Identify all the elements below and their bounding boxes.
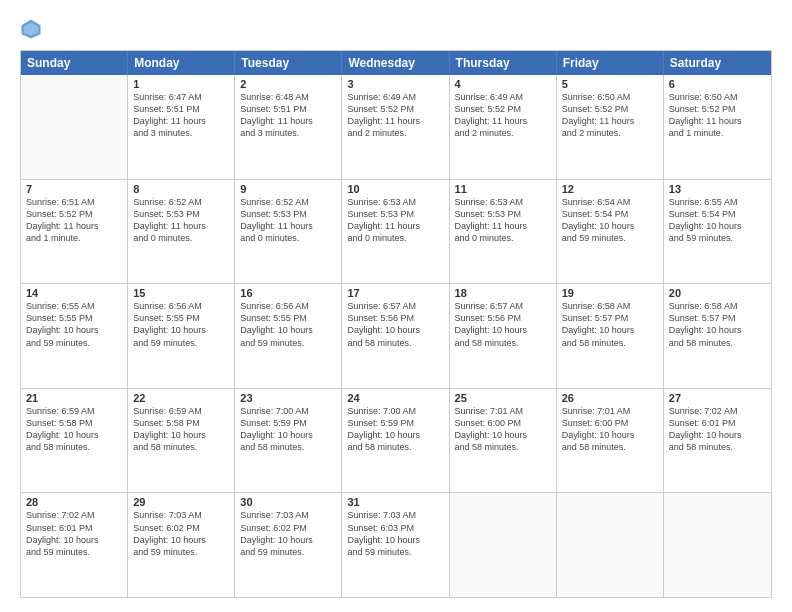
day-number: 9 [240, 183, 336, 195]
day-info: Sunrise: 6:52 AM Sunset: 5:53 PM Dayligh… [240, 196, 336, 245]
header-cell-wednesday: Wednesday [342, 51, 449, 75]
calendar-cell: 2Sunrise: 6:48 AM Sunset: 5:51 PM Daylig… [235, 75, 342, 179]
calendar-cell: 9Sunrise: 6:52 AM Sunset: 5:53 PM Daylig… [235, 180, 342, 284]
calendar-cell: 11Sunrise: 6:53 AM Sunset: 5:53 PM Dayli… [450, 180, 557, 284]
day-info: Sunrise: 6:57 AM Sunset: 5:56 PM Dayligh… [455, 300, 551, 349]
day-info: Sunrise: 6:49 AM Sunset: 5:52 PM Dayligh… [455, 91, 551, 140]
day-number: 8 [133, 183, 229, 195]
day-info: Sunrise: 7:01 AM Sunset: 6:00 PM Dayligh… [562, 405, 658, 454]
day-number: 13 [669, 183, 766, 195]
day-number: 3 [347, 78, 443, 90]
calendar-cell [450, 493, 557, 597]
day-info: Sunrise: 7:03 AM Sunset: 6:03 PM Dayligh… [347, 509, 443, 558]
calendar-cell: 6Sunrise: 6:50 AM Sunset: 5:52 PM Daylig… [664, 75, 771, 179]
day-info: Sunrise: 6:54 AM Sunset: 5:54 PM Dayligh… [562, 196, 658, 245]
day-number: 12 [562, 183, 658, 195]
calendar-cell: 30Sunrise: 7:03 AM Sunset: 6:02 PM Dayli… [235, 493, 342, 597]
day-info: Sunrise: 7:02 AM Sunset: 6:01 PM Dayligh… [26, 509, 122, 558]
calendar-cell: 29Sunrise: 7:03 AM Sunset: 6:02 PM Dayli… [128, 493, 235, 597]
calendar-cell: 25Sunrise: 7:01 AM Sunset: 6:00 PM Dayli… [450, 389, 557, 493]
day-number: 7 [26, 183, 122, 195]
header-cell-saturday: Saturday [664, 51, 771, 75]
header-cell-friday: Friday [557, 51, 664, 75]
calendar-cell: 21Sunrise: 6:59 AM Sunset: 5:58 PM Dayli… [21, 389, 128, 493]
calendar-cell: 3Sunrise: 6:49 AM Sunset: 5:52 PM Daylig… [342, 75, 449, 179]
day-info: Sunrise: 6:58 AM Sunset: 5:57 PM Dayligh… [562, 300, 658, 349]
calendar-cell: 4Sunrise: 6:49 AM Sunset: 5:52 PM Daylig… [450, 75, 557, 179]
day-number: 29 [133, 496, 229, 508]
day-info: Sunrise: 6:47 AM Sunset: 5:51 PM Dayligh… [133, 91, 229, 140]
day-info: Sunrise: 6:56 AM Sunset: 5:55 PM Dayligh… [240, 300, 336, 349]
calendar-week-4: 21Sunrise: 6:59 AM Sunset: 5:58 PM Dayli… [21, 389, 771, 494]
day-info: Sunrise: 6:53 AM Sunset: 5:53 PM Dayligh… [455, 196, 551, 245]
day-info: Sunrise: 7:03 AM Sunset: 6:02 PM Dayligh… [240, 509, 336, 558]
calendar-cell [664, 493, 771, 597]
day-info: Sunrise: 6:48 AM Sunset: 5:51 PM Dayligh… [240, 91, 336, 140]
calendar-cell: 5Sunrise: 6:50 AM Sunset: 5:52 PM Daylig… [557, 75, 664, 179]
day-number: 31 [347, 496, 443, 508]
day-number: 4 [455, 78, 551, 90]
header-cell-sunday: Sunday [21, 51, 128, 75]
day-info: Sunrise: 6:59 AM Sunset: 5:58 PM Dayligh… [26, 405, 122, 454]
calendar-week-2: 7Sunrise: 6:51 AM Sunset: 5:52 PM Daylig… [21, 180, 771, 285]
day-number: 14 [26, 287, 122, 299]
generalblue-icon [20, 18, 42, 40]
day-info: Sunrise: 6:50 AM Sunset: 5:52 PM Dayligh… [669, 91, 766, 140]
calendar-cell: 8Sunrise: 6:52 AM Sunset: 5:53 PM Daylig… [128, 180, 235, 284]
day-number: 6 [669, 78, 766, 90]
calendar-cell: 27Sunrise: 7:02 AM Sunset: 6:01 PM Dayli… [664, 389, 771, 493]
calendar-week-3: 14Sunrise: 6:55 AM Sunset: 5:55 PM Dayli… [21, 284, 771, 389]
day-info: Sunrise: 6:53 AM Sunset: 5:53 PM Dayligh… [347, 196, 443, 245]
day-info: Sunrise: 6:58 AM Sunset: 5:57 PM Dayligh… [669, 300, 766, 349]
day-number: 2 [240, 78, 336, 90]
calendar-cell: 17Sunrise: 6:57 AM Sunset: 5:56 PM Dayli… [342, 284, 449, 388]
day-info: Sunrise: 6:55 AM Sunset: 5:54 PM Dayligh… [669, 196, 766, 245]
calendar-cell: 20Sunrise: 6:58 AM Sunset: 5:57 PM Dayli… [664, 284, 771, 388]
logo [20, 18, 44, 40]
day-number: 1 [133, 78, 229, 90]
calendar-cell [557, 493, 664, 597]
day-info: Sunrise: 6:52 AM Sunset: 5:53 PM Dayligh… [133, 196, 229, 245]
calendar-cell: 15Sunrise: 6:56 AM Sunset: 5:55 PM Dayli… [128, 284, 235, 388]
calendar-cell: 19Sunrise: 6:58 AM Sunset: 5:57 PM Dayli… [557, 284, 664, 388]
day-info: Sunrise: 7:00 AM Sunset: 5:59 PM Dayligh… [240, 405, 336, 454]
day-number: 25 [455, 392, 551, 404]
header-cell-tuesday: Tuesday [235, 51, 342, 75]
day-number: 28 [26, 496, 122, 508]
calendar: SundayMondayTuesdayWednesdayThursdayFrid… [20, 50, 772, 598]
day-info: Sunrise: 7:00 AM Sunset: 5:59 PM Dayligh… [347, 405, 443, 454]
page: SundayMondayTuesdayWednesdayThursdayFrid… [0, 0, 792, 612]
day-info: Sunrise: 6:50 AM Sunset: 5:52 PM Dayligh… [562, 91, 658, 140]
day-number: 27 [669, 392, 766, 404]
calendar-cell: 23Sunrise: 7:00 AM Sunset: 5:59 PM Dayli… [235, 389, 342, 493]
day-number: 15 [133, 287, 229, 299]
calendar-cell: 1Sunrise: 6:47 AM Sunset: 5:51 PM Daylig… [128, 75, 235, 179]
day-info: Sunrise: 6:57 AM Sunset: 5:56 PM Dayligh… [347, 300, 443, 349]
calendar-cell [21, 75, 128, 179]
day-number: 24 [347, 392, 443, 404]
day-number: 20 [669, 287, 766, 299]
day-info: Sunrise: 7:02 AM Sunset: 6:01 PM Dayligh… [669, 405, 766, 454]
day-number: 11 [455, 183, 551, 195]
calendar-cell: 14Sunrise: 6:55 AM Sunset: 5:55 PM Dayli… [21, 284, 128, 388]
header-cell-monday: Monday [128, 51, 235, 75]
calendar-cell: 22Sunrise: 6:59 AM Sunset: 5:58 PM Dayli… [128, 389, 235, 493]
day-number: 22 [133, 392, 229, 404]
calendar-cell: 7Sunrise: 6:51 AM Sunset: 5:52 PM Daylig… [21, 180, 128, 284]
calendar-cell: 24Sunrise: 7:00 AM Sunset: 5:59 PM Dayli… [342, 389, 449, 493]
day-info: Sunrise: 6:49 AM Sunset: 5:52 PM Dayligh… [347, 91, 443, 140]
day-number: 5 [562, 78, 658, 90]
day-number: 10 [347, 183, 443, 195]
calendar-cell: 16Sunrise: 6:56 AM Sunset: 5:55 PM Dayli… [235, 284, 342, 388]
day-info: Sunrise: 6:56 AM Sunset: 5:55 PM Dayligh… [133, 300, 229, 349]
day-number: 21 [26, 392, 122, 404]
day-number: 30 [240, 496, 336, 508]
day-number: 16 [240, 287, 336, 299]
day-info: Sunrise: 6:59 AM Sunset: 5:58 PM Dayligh… [133, 405, 229, 454]
day-info: Sunrise: 7:01 AM Sunset: 6:00 PM Dayligh… [455, 405, 551, 454]
header-cell-thursday: Thursday [450, 51, 557, 75]
calendar-cell: 10Sunrise: 6:53 AM Sunset: 5:53 PM Dayli… [342, 180, 449, 284]
day-number: 17 [347, 287, 443, 299]
day-number: 19 [562, 287, 658, 299]
day-number: 26 [562, 392, 658, 404]
